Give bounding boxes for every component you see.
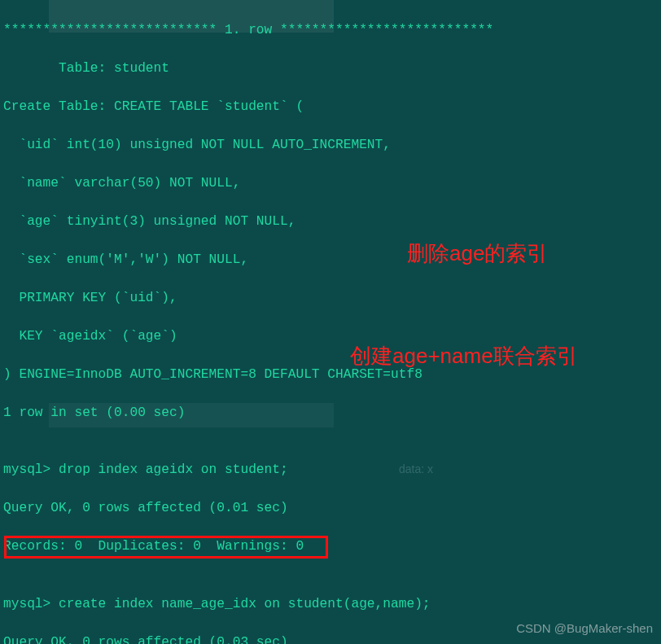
- terminal-line: `sex` enum('M','W') NOT NULL,: [3, 251, 658, 270]
- terminal-line: mysql> drop index ageidx on student;: [3, 461, 658, 480]
- terminal-line: *************************** 1. row *****…: [3, 21, 658, 41]
- watermark: CSDN @BugMaker-shen: [516, 619, 653, 638]
- terminal-line: ) ENGINE=InnoDB AUTO_INCREMENT=8 DEFAULT…: [3, 366, 658, 385]
- annotation-create-composite-index: 创建age+name联合索引: [350, 347, 578, 366]
- terminal-line: Query OK, 0 rows affected (0.01 sec): [3, 499, 658, 519]
- terminal-line: Create Table: CREATE TABLE `student` (: [3, 98, 658, 117]
- terminal-line: `uid` int(10) unsigned NOT NULL AUTO_INC…: [3, 136, 658, 156]
- terminal-line: Table: student: [3, 59, 658, 79]
- annotation-delete-age-index: 删除age的索引: [407, 244, 548, 264]
- terminal-line: PRIMARY KEY (`uid`),: [3, 289, 658, 309]
- terminal-line: 1 row in set (0.00 sec): [3, 404, 658, 423]
- highlight-box-key-line: [4, 536, 328, 559]
- terminal-line: `age` tinyint(3) unsigned NOT NULL,: [3, 212, 658, 232]
- terminal-line: mysql> create index name_age_idx on stud…: [3, 595, 658, 615]
- terminal-line: `name` varchar(50) NOT NULL,: [3, 174, 658, 194]
